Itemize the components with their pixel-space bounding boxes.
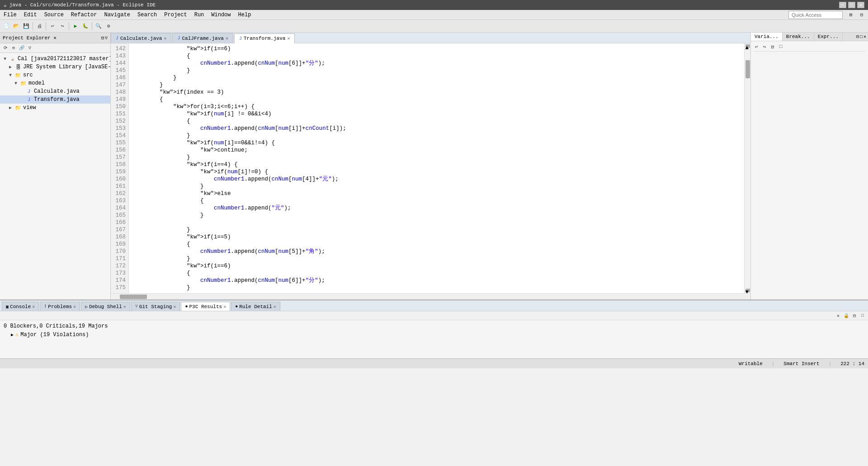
right-panel-minimize[interactable]: ⊟ — [856, 34, 859, 39]
tab-close-button[interactable]: ✕ — [164, 36, 166, 41]
menu-run[interactable]: Run — [191, 10, 208, 19]
code-line[interactable]: } — [132, 81, 741, 89]
refactor-button[interactable]: ⚙ — [104, 22, 113, 31]
editor-tab-calculate-java[interactable]: J Calculate.java ✕ — [111, 33, 171, 43]
maximize-button[interactable]: □ — [848, 2, 855, 8]
new-button[interactable]: 📄 — [2, 22, 11, 31]
code-line[interactable]: "kw">if(num[i]!=0) { — [132, 168, 741, 176]
code-line[interactable]: } — [132, 132, 741, 139]
bottom-tab-close[interactable]: ✕ — [32, 304, 35, 309]
code-line[interactable]: } — [132, 226, 741, 233]
bottom-tab-rule-detail[interactable]: ● Rule Detail ✕ — [231, 302, 280, 311]
code-line[interactable]: } — [132, 74, 741, 81]
tree-arrow[interactable]: ▶ — [9, 105, 14, 110]
right-tab-breakpoints[interactable]: Break... — [783, 33, 814, 41]
search-button[interactable]: 🔍 — [94, 22, 103, 31]
bottom-tab-debug-shell[interactable]: ▷ Debug Shell ✕ — [81, 302, 130, 311]
tree-arrow[interactable]: ▼ — [9, 73, 14, 78]
right-tab-expressions[interactable]: Expr... — [814, 33, 843, 41]
scroll-down-arrow[interactable]: ▼ — [745, 289, 750, 292]
tree-item-transform-java[interactable]: J Transform.java — [0, 95, 110, 104]
bottom-tab-problems[interactable]: ! Problems ✕ — [40, 302, 80, 311]
code-line[interactable]: "kw">if(i==6) — [132, 45, 741, 52]
code-line[interactable]: "kw">for(i=3;i<=6;i++) { — [132, 103, 741, 110]
right-panel-btn-1[interactable]: ↩ — [753, 43, 760, 50]
code-line[interactable]: "kw">if(num[i] != 0&&i<4) — [132, 110, 741, 118]
bottom-tab-close[interactable]: ✕ — [123, 304, 126, 309]
refresh-button[interactable]: ⟳ — [2, 44, 9, 52]
bottom-tab-close[interactable]: ✕ — [173, 304, 176, 309]
code-line[interactable]: { — [132, 270, 741, 277]
code-line[interactable]: } — [132, 212, 741, 219]
editor-tab-caljframe-java[interactable]: J CalJFrame.java ✕ — [172, 33, 233, 43]
link-editor-button[interactable]: 🔗 — [18, 44, 25, 52]
save-button[interactable]: 💾 — [22, 22, 31, 31]
panel-menu-button[interactable]: ▽ — [105, 35, 108, 41]
bottom-tab-p3c-results[interactable]: ● P3C Results ✕ — [181, 302, 230, 311]
menu-project[interactable]: Project — [160, 10, 190, 19]
code-line[interactable]: { — [132, 118, 741, 125]
open-button[interactable]: 📂 — [12, 22, 21, 31]
code-line[interactable]: "kw">continue; — [132, 147, 741, 154]
right-panel-btn-3[interactable]: ⊟ — [769, 43, 776, 50]
code-line[interactable]: { — [132, 52, 741, 60]
h-scroll-thumb[interactable] — [120, 295, 147, 299]
tree-item-src[interactable]: ▼ 📁 src — [0, 71, 110, 79]
quick-access-input[interactable] — [788, 11, 843, 19]
tree-arrow[interactable]: ▼ — [14, 81, 20, 86]
run-button[interactable]: ▶ — [71, 22, 80, 31]
bottom-tab-close[interactable]: ✕ — [274, 304, 276, 309]
code-line[interactable]: cnNumber1.append(cnNum[num[i]]+cnCount[i… — [132, 125, 741, 132]
right-panel-btn-2[interactable]: ↪ — [761, 43, 768, 50]
code-line[interactable]: "kw">if(i==6) — [132, 262, 741, 270]
undo-button[interactable]: ↩ — [48, 22, 57, 31]
menu-search[interactable]: Search — [134, 10, 160, 19]
menu-navigate[interactable]: Navigate — [100, 10, 134, 19]
code-line[interactable]: } — [132, 154, 741, 161]
tree-arrow[interactable]: ▼ — [4, 57, 9, 62]
editor-tab-transform-java[interactable]: J Transform.java ✕ — [234, 33, 295, 43]
tree-item-jre-system-library--javase-1-8-[interactable]: ▶ 🗄 JRE System Library [JavaSE-1.8] — [0, 63, 110, 71]
vertical-scrollbar[interactable]: ▲ ▼ — [744, 43, 750, 293]
scroll-thumb[interactable] — [745, 60, 750, 78]
right-panel-close[interactable]: ✕ — [863, 34, 866, 39]
tab-close-button[interactable]: ✕ — [226, 36, 228, 41]
perspective-btn-1[interactable]: ⊞ — [846, 10, 855, 19]
code-line[interactable]: "kw">if(i==5) — [132, 233, 741, 241]
tree-arrow[interactable]: ▶ — [9, 64, 14, 70]
bottom-clear-button[interactable]: ✕ — [835, 312, 842, 319]
right-tab-variables[interactable]: Varia... — [751, 33, 783, 41]
menu-help[interactable]: Help — [235, 10, 255, 19]
close-button[interactable]: ✕ — [857, 2, 864, 8]
bottom-tab-close[interactable]: ✕ — [73, 304, 76, 309]
redo-button[interactable]: ↪ — [58, 22, 67, 31]
bottom-maximize-button[interactable]: □ — [859, 312, 866, 319]
print-button[interactable]: 🖨 — [35, 22, 44, 31]
tree-item-model[interactable]: ▼ 📁 model — [0, 79, 110, 87]
horizontal-scrollbar[interactable] — [111, 293, 750, 300]
major-expand-arrow[interactable]: ▶ — [11, 332, 14, 338]
code-line[interactable]: } — [132, 67, 741, 74]
right-panel-btn-4[interactable]: □ — [777, 43, 784, 50]
scroll-up-arrow[interactable]: ▲ — [745, 44, 750, 48]
menu-source[interactable]: Source — [41, 10, 67, 19]
code-line[interactable]: cnNumber1.append(cnNum[num[4]]+"元"); — [132, 176, 741, 183]
tab-close-button[interactable]: ✕ — [287, 36, 290, 41]
code-line[interactable]: { — [132, 241, 741, 248]
view-menu-button[interactable]: ▽ — [26, 44, 33, 52]
tree-item-calculate-java[interactable]: J Calculate.java — [0, 87, 110, 95]
major-violations-row[interactable]: ▶ ⚠ Major (19 Violations) — [4, 330, 864, 339]
bottom-minimize-button[interactable]: ⊟ — [851, 312, 858, 319]
minimize-button[interactable]: — — [839, 2, 846, 8]
code-line[interactable]: { — [132, 96, 741, 103]
code-content[interactable]: "kw">if(i==6) { cnNumber1.append(cnNum[n… — [129, 43, 744, 293]
code-line[interactable]: cnNumber1.append("元"); — [132, 204, 741, 212]
code-line[interactable]: cnNumber1.append(cnNum[num[6]]+"分"); — [132, 277, 741, 284]
bottom-tab-console[interactable]: ▣ Console ✕ — [2, 302, 39, 311]
code-line[interactable]: "kw">if(i==4) { — [132, 161, 741, 168]
code-line[interactable]: "kw">if(index == 3) — [132, 89, 741, 96]
code-line[interactable]: { — [132, 197, 741, 204]
code-line[interactable]: cnNumber1.append(cnNum[num[6]]+"分"); — [132, 60, 741, 67]
bottom-tab-git-staging[interactable]: ⑂ Git Staging ✕ — [131, 302, 180, 311]
code-line[interactable]: } — [132, 255, 741, 262]
